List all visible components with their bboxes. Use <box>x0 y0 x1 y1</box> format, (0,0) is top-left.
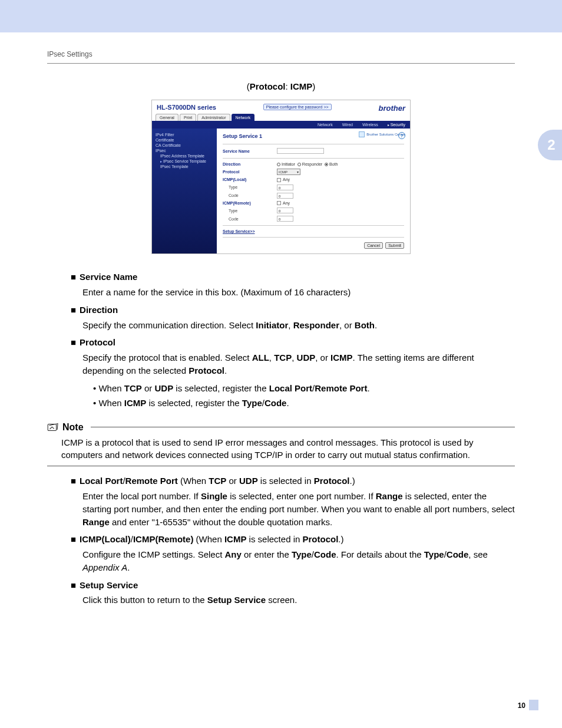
subtab-wireless[interactable]: Wireless <box>362 123 378 127</box>
cancel-button[interactable]: Cancel <box>364 242 383 249</box>
item-local-remote-port-desc: Enter the local port number. If Single i… <box>82 490 515 528</box>
tab-print[interactable]: Print <box>180 114 196 121</box>
setup-service-link[interactable]: Setup Service>> <box>223 229 254 233</box>
tab-administrator[interactable]: Administrator <box>197 114 230 121</box>
item-setup-service: ■Setup Service <box>71 579 515 592</box>
note-body: ICMP is a protocol that is used to send … <box>47 434 515 466</box>
direction-label: Direction <box>223 162 277 166</box>
tab-general[interactable]: General <box>156 114 178 121</box>
figure-caption: (Protocol: ICMP) <box>35 81 527 91</box>
subtab-wired[interactable]: Wired <box>342 123 353 127</box>
item-protocol-sub2: When ICMP is selected, register the Type… <box>93 397 515 410</box>
item-setup-service-desc: Click this button to return to the Setup… <box>82 594 515 607</box>
remote-code-label: Code <box>223 217 277 221</box>
page-number: 10 <box>518 701 525 711</box>
remote-type-label: Type <box>223 209 277 213</box>
item-icmp-local-remote: ■ICMP(Local)/ICMP(Remote) (When ICMP is … <box>71 533 515 546</box>
side-certificate[interactable]: Certificate <box>156 137 213 143</box>
brand-logo: brother <box>379 104 406 113</box>
protocol-select[interactable]: ICMP▾ <box>277 169 300 175</box>
page-top-bar <box>0 0 562 32</box>
side-nav: IPv4 Filter Certificate CA Certificate I… <box>152 129 217 253</box>
local-code-input[interactable]: 0 <box>277 193 293 199</box>
remote-type-input[interactable]: 0 <box>277 207 293 213</box>
side-ipsec-template[interactable]: IPsec Template <box>156 164 213 169</box>
configure-password-link[interactable]: Please configure the password >> <box>263 104 332 110</box>
side-ipsec-address-template[interactable]: IPsec Address Template <box>156 153 213 159</box>
item-icmp-local-remote-desc: Configure the ICMP settings. Select Any … <box>82 548 515 574</box>
icmp-local-label: ICMP(Local) <box>223 177 277 182</box>
radio-both[interactable] <box>325 163 328 166</box>
side-ipv4-filter[interactable]: IPv4 Filter <box>156 132 213 137</box>
body-content: ■Service Name Enter a name for the servi… <box>35 271 527 607</box>
side-ca-certificate[interactable]: CA Certificate <box>156 143 213 148</box>
chapter-tab: 2 <box>538 130 562 160</box>
service-name-label: Service Name <box>223 149 277 153</box>
icmp-remote-label: ICMP(Remote) <box>223 201 277 205</box>
item-protocol-desc: Specify the protocol that is enabled. Se… <box>82 351 515 377</box>
side-ipsec-service-template[interactable]: IPsec Service Template <box>156 159 213 164</box>
local-code-label: Code <box>223 193 277 197</box>
web-admin-screenshot: HL-S7000DN series Please configure the p… <box>151 100 411 254</box>
item-service-name: ■Service Name <box>71 271 515 284</box>
subtab-security[interactable]: Security <box>388 123 405 127</box>
running-head: IPsec Settings <box>35 32 527 63</box>
top-tabs: General Print Administrator Network <box>152 114 410 121</box>
footer-accent-bar <box>529 700 538 710</box>
protocol-label: Protocol <box>223 170 277 174</box>
local-type-input[interactable]: 0 <box>277 185 293 190</box>
item-local-remote-port: ■Local Port/Remote Port (When TCP or UDP… <box>71 475 515 487</box>
submit-button[interactable]: Submit <box>385 242 404 249</box>
note-label: Note <box>62 420 84 434</box>
local-type-label: Type <box>223 185 277 189</box>
side-ipsec[interactable]: IPsec <box>156 148 213 153</box>
item-protocol: ■Protocol <box>71 336 515 349</box>
help-icon[interactable]: ? <box>398 132 405 139</box>
header-rule <box>47 63 515 64</box>
item-service-name-desc: Enter a name for the service in this box… <box>82 286 515 299</box>
item-protocol-sub1: When TCP or UDP is selected, register th… <box>93 382 515 395</box>
remote-code-input[interactable]: 0 <box>277 216 293 222</box>
radio-responder[interactable] <box>297 163 301 166</box>
note-block: Note ICMP is a protocol that is used to … <box>47 420 515 466</box>
item-direction-desc: Specify the communication direction. Sel… <box>82 319 515 332</box>
panel-heading: Setup Service 1 <box>223 133 404 139</box>
radio-initiator[interactable] <box>277 163 280 166</box>
subtab-network[interactable]: Network <box>318 123 333 127</box>
icmp-remote-any-checkbox[interactable] <box>277 201 281 205</box>
service-name-input[interactable] <box>277 148 324 154</box>
item-direction: ■Direction <box>71 304 515 317</box>
note-icon <box>47 423 59 432</box>
tab-network[interactable]: Network <box>232 114 255 121</box>
device-title: HL-S7000DN series <box>157 104 216 111</box>
sub-tabs: Network Wired Wireless Security <box>152 121 410 129</box>
icmp-local-any-checkbox[interactable] <box>277 178 281 182</box>
